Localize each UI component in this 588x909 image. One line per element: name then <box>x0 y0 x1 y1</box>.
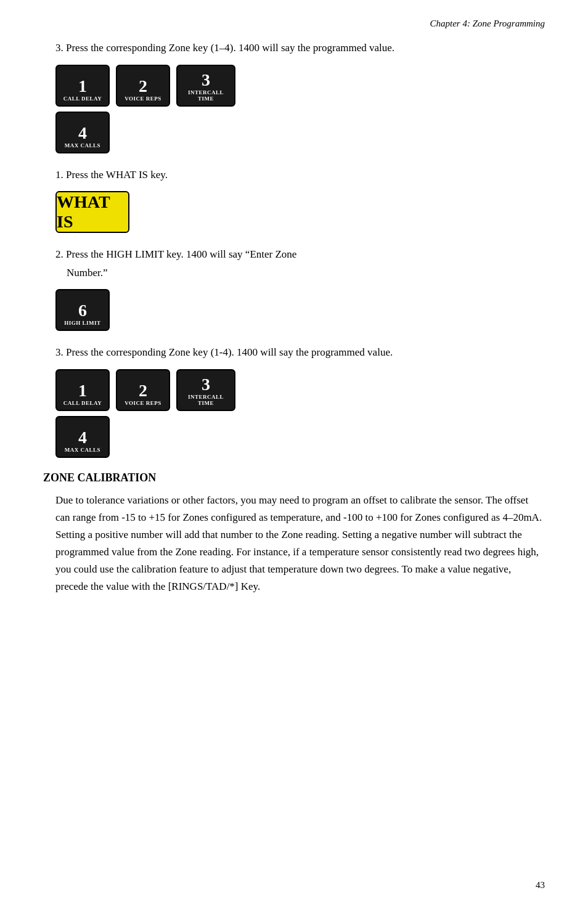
key-max-calls-1: 4 MAX CALLS <box>55 112 110 153</box>
step-3-text-2: 3. Press the corresponding Zone key (1-4… <box>55 344 545 361</box>
high-limit-section: 6 HIGH LIMIT <box>55 289 545 331</box>
key-label: VOICE REPS <box>125 401 161 407</box>
keys-section-2: 1 CALL DELAY 2 VOICE REPS 3 INTERCALL TI… <box>55 369 545 458</box>
key-voice-reps-1: 2 VOICE REPS <box>116 65 170 107</box>
key-number: 6 <box>78 302 87 319</box>
key-intercall-time-2: 3 INTERCALL TIME <box>176 369 235 411</box>
step-1-text: 1. Press the WHAT IS key. <box>55 167 545 183</box>
key-call-delay-2: 1 CALL DELAY <box>55 369 110 411</box>
step-2-text-line2: Number.” <box>67 265 545 281</box>
key-number: 1 <box>78 382 87 399</box>
key-number: 3 <box>202 376 210 393</box>
step-3-text-1: 3. Press the corresponding Zone key (1–4… <box>55 40 545 56</box>
key-label: VOICE REPS <box>125 96 161 102</box>
key-max-calls-2: 4 MAX CALLS <box>55 416 110 458</box>
key-high-limit: 6 HIGH LIMIT <box>55 289 110 331</box>
key-label: CALL DELAY <box>63 401 102 407</box>
key-number: 1 <box>78 78 87 95</box>
key-label: INTERCALL TIME <box>180 90 232 102</box>
key-label: CALL DELAY <box>63 96 102 102</box>
chapter-header: Chapter 4: Zone Programming <box>43 18 545 29</box>
key-number: 4 <box>78 429 87 446</box>
key-voice-reps-2: 2 VOICE REPS <box>116 369 170 411</box>
page-number: 43 <box>536 880 545 891</box>
what-is-section: WHAT IS <box>55 191 545 233</box>
key-intercall-time-1: 3 INTERCALL TIME <box>176 65 235 107</box>
keys-section-1: 1 CALL DELAY 2 VOICE REPS 3 INTERCALL TI… <box>55 65 545 153</box>
key-number: 2 <box>139 78 147 95</box>
zone-calibration-heading: ZONE CALIBRATION <box>43 471 545 484</box>
key-label: MAX CALLS <box>65 447 100 454</box>
zone-calibration-body: Due to tolerance variations or other fac… <box>55 492 545 595</box>
key-what-is: WHAT IS <box>55 191 129 233</box>
key-number: 2 <box>139 382 147 399</box>
key-label: MAX CALLS <box>65 143 100 149</box>
key-label: INTERCALL TIME <box>180 394 232 407</box>
key-label: HIGH LIMIT <box>64 320 100 327</box>
what-is-label: WHAT IS <box>57 192 128 232</box>
key-number: 4 <box>78 124 87 142</box>
step-2-text-line1: 2. Press the HIGH LIMIT key. 1400 will s… <box>55 247 545 263</box>
key-call-delay-1: 1 CALL DELAY <box>55 65 110 107</box>
key-number: 3 <box>202 71 210 89</box>
